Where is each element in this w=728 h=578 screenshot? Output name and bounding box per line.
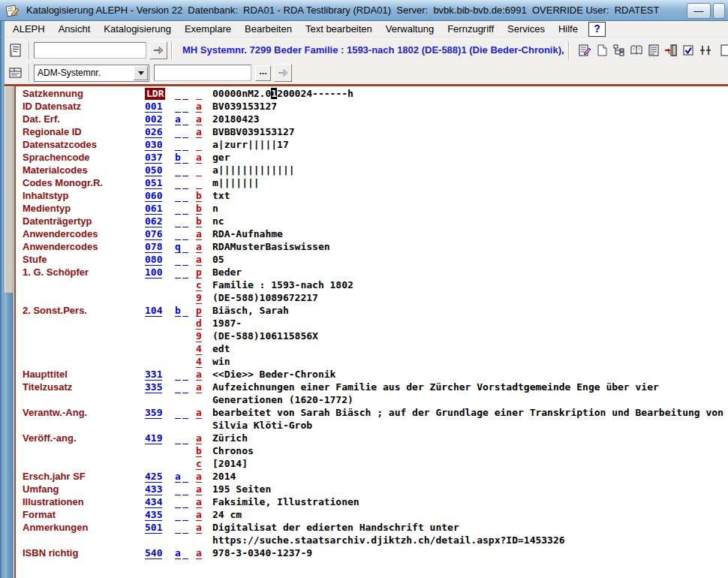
subfield-code[interactable]: d — [196, 318, 202, 330]
subfield-value[interactable]: Chronos — [212, 444, 726, 457]
page-flip-icon[interactable] — [594, 42, 609, 59]
field-tag[interactable]: 001 — [145, 101, 162, 113]
field-tag[interactable]: 080 — [145, 254, 162, 266]
field-tag[interactable]: 100 — [145, 266, 162, 278]
subfield-code[interactable]: a — [196, 407, 202, 419]
subfield-value[interactable]: 195 Seiten — [212, 483, 726, 495]
menu-item-hilfe[interactable]: Hilfe — [552, 23, 585, 35]
tree-view-icon[interactable] — [612, 42, 627, 59]
split-record-icon[interactable] — [698, 42, 713, 59]
subfield-code[interactable] — [196, 88, 202, 100]
menu-item-bearbeiten[interactable]: Bearbeiten — [238, 23, 299, 35]
menu-item-katalogisierung[interactable]: Katalogisierung — [97, 23, 178, 35]
subfield-value[interactable]: a|zurr|||||17 — [212, 138, 726, 151]
field-indicators[interactable] — [175, 508, 196, 521]
field-tag[interactable]: 419 — [145, 432, 162, 444]
subfield-value[interactable]: Biäsch, Sarah — [212, 304, 726, 317]
subfield-code[interactable]: b — [196, 190, 202, 202]
left-scrollbar-lower-track[interactable] — [5, 294, 14, 578]
field-tag[interactable]: 433 — [145, 483, 162, 495]
exit-door-icon[interactable] — [663, 42, 678, 59]
menu-item-verwaltung[interactable]: Verwaltung — [379, 23, 441, 35]
field-tag[interactable]: 002 — [145, 113, 162, 125]
subfield-code[interactable]: a — [196, 101, 202, 113]
subfield-code[interactable]: a — [196, 471, 202, 483]
subfield-code[interactable]: a — [196, 381, 202, 393]
subfield-value[interactable]: RDA-Aufnahme — [212, 227, 726, 240]
subfield-value[interactable]: Familie : 1593-nach 1802 — [212, 278, 726, 291]
field-indicators[interactable] — [175, 266, 196, 278]
open-book-icon[interactable] — [629, 42, 644, 59]
field-tag[interactable]: 359 — [145, 407, 162, 419]
menu-item-aleph[interactable]: ALEPH — [6, 23, 52, 35]
list-icon[interactable] — [646, 42, 661, 59]
subfield-value[interactable]: 1987- — [212, 317, 726, 330]
subfield-value[interactable]: BV039153127 — [212, 100, 726, 113]
subfield-value[interactable]: m||||||| — [212, 176, 726, 189]
field-indicators[interactable]: a — [175, 546, 196, 559]
subfield-code[interactable]: a — [196, 254, 202, 266]
field-tag[interactable]: 104 — [145, 305, 162, 317]
field-indicators[interactable] — [175, 381, 196, 393]
menu-item-services[interactable]: Services — [501, 23, 552, 35]
subfield-code[interactable]: b — [196, 215, 202, 227]
notepad-edit-icon[interactable] — [577, 42, 592, 59]
subfield-value[interactable]: 2014 — [212, 470, 726, 483]
subfield-code[interactable]: 9 — [196, 330, 202, 342]
field-tag[interactable]: 435 — [145, 509, 162, 521]
maximize-button-clipped[interactable] — [713, 3, 725, 19]
field-indicators[interactable] — [175, 432, 196, 444]
field-indicators[interactable] — [175, 176, 196, 189]
subfield-value[interactable]: (DE-588)1089672217 — [212, 291, 726, 304]
field-tag[interactable]: 050 — [145, 164, 162, 176]
field-tag[interactable]: 078 — [145, 241, 162, 253]
field-indicators[interactable] — [175, 253, 196, 266]
subfield-code[interactable]: 4 — [196, 343, 202, 355]
subfield-code[interactable]: a — [196, 509, 202, 521]
left-scrollbar-track[interactable] — [5, 86, 14, 578]
field-indicators[interactable]: a — [175, 470, 196, 483]
field-indicators[interactable] — [175, 406, 196, 419]
subfield-value[interactable]: 978-3-0340-1237-9 — [212, 546, 726, 559]
subfield-value[interactable]: txt — [212, 189, 726, 202]
subfield-code[interactable]: 9 — [196, 292, 202, 304]
subfield-value[interactable]: Zürich — [212, 432, 726, 444]
field-indicators[interactable] — [175, 164, 196, 176]
subfield-code[interactable]: b — [196, 445, 202, 457]
field-tag[interactable]: 061 — [145, 203, 162, 215]
subfield-value[interactable]: (DE-588)106115856X — [212, 330, 726, 342]
adm-go-button[interactable] — [274, 64, 292, 82]
field-indicators[interactable] — [175, 125, 196, 138]
subfield-value[interactable]: Beder — [212, 266, 726, 278]
subfield-value[interactable]: nc — [212, 215, 726, 227]
browse-ellipsis-button[interactable]: ... — [255, 65, 271, 81]
field-indicators[interactable]: a — [175, 113, 196, 125]
subfield-value[interactable]: edt — [212, 342, 726, 355]
field-tag[interactable]: 076 — [145, 228, 162, 240]
subfield-value[interactable]: 00000nM2.01200024------h — [212, 87, 726, 100]
field-tag[interactable]: 540 — [145, 547, 162, 559]
subfield-code[interactable]: c — [196, 279, 202, 291]
minimize-button[interactable]: — — [687, 3, 711, 19]
record-form-icon[interactable] — [7, 41, 25, 59]
subfield-value[interactable]: Faksimile, Illustrationen — [212, 495, 726, 508]
subfield-value[interactable]: 24 cm — [212, 508, 726, 521]
field-tag[interactable]: 051 — [145, 177, 162, 189]
field-tag[interactable]: 331 — [145, 369, 162, 381]
field-indicators[interactable] — [175, 138, 196, 151]
subfield-code[interactable] — [196, 164, 202, 176]
subfield-value[interactable]: BVBBV039153127 — [212, 125, 726, 138]
subfield-code[interactable]: a — [196, 113, 202, 125]
subfield-code[interactable]: a — [196, 369, 202, 381]
subfield-code[interactable]: a — [196, 483, 202, 495]
field-indicators[interactable] — [175, 483, 196, 495]
field-tag[interactable]: 030 — [145, 139, 162, 151]
subfield-code[interactable]: a — [196, 228, 202, 240]
field-tag[interactable]: 501 — [145, 522, 162, 534]
checked-box-icon[interactable] — [681, 42, 696, 59]
subfield-value[interactable]: Aufzeichnungen einer Familie aus der Zür… — [212, 381, 726, 406]
subfield-value[interactable]: ger — [212, 151, 726, 164]
field-indicators[interactable] — [175, 189, 196, 202]
subfield-code[interactable]: a — [196, 432, 202, 444]
subfield-code[interactable]: p — [196, 266, 202, 278]
